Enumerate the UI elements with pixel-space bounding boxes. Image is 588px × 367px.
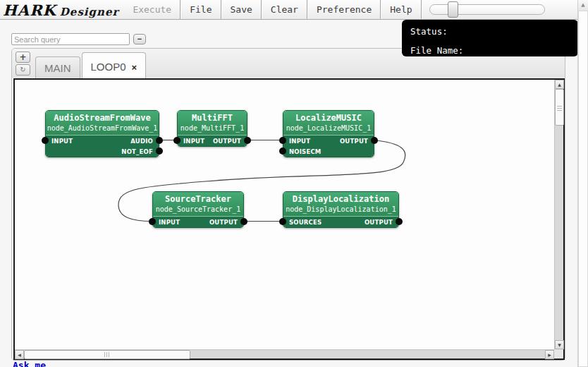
port-row: NOT_EOF [46, 146, 159, 157]
port-row: INPUTAUDIO [46, 136, 159, 146]
node-box: SourceTrackernode_SourceTracker_1INPUTOU… [152, 191, 244, 228]
toolbar-button-clear[interactable]: Clear [262, 0, 307, 19]
horizontal-scroll-thumb[interactable] [24, 350, 190, 359]
node-instance-name: node_AudioStreamFromWave_1 [46, 124, 159, 133]
port-row: INPUTOUTPUT [178, 136, 247, 146]
node-title: MultiFFT [178, 113, 247, 124]
flow-canvas[interactable]: AudioStreamFromWavenode_AudioStreamFromW… [13, 78, 565, 360]
zoom-slider-handle[interactable] [448, 1, 458, 18]
port-label-not_eof: NOT_EOF [121, 148, 153, 155]
port-row: SOURCESOUTPUT [283, 217, 398, 227]
toolbar-button-file[interactable]: File [181, 0, 220, 19]
tab-loop0[interactable]: LOOP0× [82, 52, 147, 78]
node-box: AudioStreamFromWavenode_AudioStreamFromW… [45, 110, 159, 157]
port-label-output: OUTPUT [340, 138, 368, 145]
tab-main[interactable]: MAIN [35, 56, 80, 78]
toolbar-button-help[interactable]: Help [381, 0, 420, 19]
close-tab-icon[interactable]: × [132, 62, 137, 73]
flow-node-audiostreamfromwave[interactable]: AudioStreamFromWavenode_AudioStreamFromW… [45, 110, 159, 157]
port-dot-audio[interactable] [156, 137, 163, 144]
toolbar-buttons: ExecuteFileSaveClearPreferenceHelp [124, 0, 422, 19]
port-label-noisecm: NOISECM [289, 148, 321, 155]
scroll-left-icon[interactable]: ◀ [15, 350, 24, 359]
node-box: LocalizeMUSICnode_LocalizeMUSIC_1INPUTOU… [283, 110, 374, 157]
port-label-input: INPUT [51, 138, 73, 145]
search-input[interactable] [11, 33, 130, 45]
node-title: DisplayLocalization [283, 194, 398, 205]
app-logo: HARK Designer [0, 0, 124, 19]
refresh-icon[interactable]: ↻ [16, 64, 30, 76]
port-dot-sources[interactable] [279, 218, 286, 225]
flow-node-sourcetracker[interactable]: SourceTrackernode_SourceTracker_1INPUTOU… [152, 191, 244, 228]
port-dot-not_eof[interactable] [156, 148, 163, 155]
port-dot-input[interactable] [42, 137, 49, 144]
port-dot-output[interactable] [244, 137, 251, 144]
node-title: SourceTracker [153, 194, 243, 205]
node-box: MultiFFTnode_MultiFFT_1INPUTOUTPUT [177, 110, 247, 147]
port-dot-output[interactable] [240, 218, 247, 225]
tab-label: LOOP0 [91, 61, 126, 73]
logo-hark: HARK [3, 1, 56, 19]
node-header: SourceTrackernode_SourceTracker_1 [153, 192, 243, 216]
toolbar-button-preference[interactable]: Preference [308, 0, 380, 19]
page-scrollbar[interactable]: ▲ [577, 0, 588, 367]
node-ports: SOURCESOUTPUT [283, 216, 398, 227]
node-header: DisplayLocalizationnode_DisplayLocalizat… [283, 192, 398, 216]
port-dot-noisecm[interactable] [279, 148, 286, 155]
port-label-input: INPUT [159, 219, 180, 226]
port-dot-input[interactable] [279, 137, 286, 144]
toolbar: HARK Designer ExecuteFileSaveClearPrefer… [0, 0, 588, 20]
scrollbar-corner [554, 349, 563, 359]
search-collapse-button[interactable]: − [133, 34, 146, 44]
tabs-strip: MAINLOOP0× [35, 49, 147, 78]
flow-node-multifft[interactable]: MultiFFTnode_MultiFFT_1INPUTOUTPUT [177, 110, 247, 147]
node-box: DisplayLocalizationnode_DisplayLocalizat… [283, 191, 399, 228]
node-instance-name: node_LocalizeMUSIC_1 [283, 124, 374, 133]
node-ports: INPUTOUTPUT [153, 216, 243, 227]
port-dot-output[interactable] [371, 137, 378, 144]
scroll-right-icon[interactable]: ▶ [545, 350, 554, 359]
port-row: NOISECM [283, 146, 374, 157]
scroll-up-icon[interactable]: ▲ [555, 80, 564, 89]
node-header: MultiFFTnode_MultiFFT_1 [178, 111, 247, 135]
flow-node-displaylocalization[interactable]: DisplayLocalizationnode_DisplayLocalizat… [283, 191, 399, 228]
status-panel: Status: File Name: [402, 20, 578, 56]
node-title: LocalizeMUSIC [283, 113, 374, 124]
port-label-sources: SOURCES [289, 219, 321, 226]
canvas-vertical-scrollbar[interactable]: ▲ ▼ [554, 80, 563, 349]
port-label-output: OUTPUT [365, 219, 393, 226]
port-label-input: INPUT [183, 138, 204, 145]
add-tab-button[interactable]: + [16, 52, 30, 63]
logo-designer: Designer [60, 6, 119, 18]
zoom-slider[interactable] [429, 4, 545, 15]
port-row: INPUTOUTPUT [153, 217, 243, 227]
toolbar-button-execute: Execute [124, 0, 180, 19]
vertical-scroll-thumb[interactable] [555, 89, 564, 126]
port-label-output: OUTPUT [213, 138, 241, 145]
flow-panel: + ↻ MAINLOOP0× AudioStreamFromWavenode_A… [11, 48, 565, 361]
scroll-down-icon[interactable]: ▼ [555, 340, 564, 349]
canvas-content[interactable]: AudioStreamFromWavenode_AudioStreamFromW… [15, 80, 554, 349]
node-ports: INPUTOUTPUT [178, 135, 247, 146]
port-row: INPUTOUTPUT [283, 136, 374, 146]
page-scroll-thumb[interactable] [578, 11, 588, 367]
port-dot-input[interactable] [149, 218, 156, 225]
node-header: AudioStreamFromWavenode_AudioStreamFromW… [46, 111, 159, 135]
status-label: Status: [410, 26, 578, 37]
ask-me-link[interactable]: Ask me [13, 360, 46, 367]
flow-node-localizemusic[interactable]: LocalizeMUSICnode_LocalizeMUSIC_1INPUTOU… [283, 110, 374, 157]
port-label-audio: AUDIO [130, 138, 153, 145]
node-title: AudioStreamFromWave [46, 113, 159, 124]
node-ports: INPUTAUDIONOT_EOF [46, 135, 159, 157]
tab-tools: + ↻ [16, 52, 30, 76]
port-dot-output[interactable] [396, 218, 403, 225]
file-name-label: File Name: [410, 45, 578, 56]
node-instance-name: node_DisplayLocalization_1 [283, 205, 398, 214]
toolbar-button-save[interactable]: Save [222, 0, 261, 19]
node-instance-name: node_SourceTracker_1 [153, 205, 243, 214]
node-instance-name: node_MultiFFT_1 [178, 124, 247, 133]
page-scroll-up-icon[interactable]: ▲ [578, 0, 588, 11]
tab-label: MAIN [44, 62, 71, 74]
canvas-horizontal-scrollbar[interactable]: ◀ ▶ [15, 349, 554, 359]
port-dot-input[interactable] [173, 137, 180, 144]
